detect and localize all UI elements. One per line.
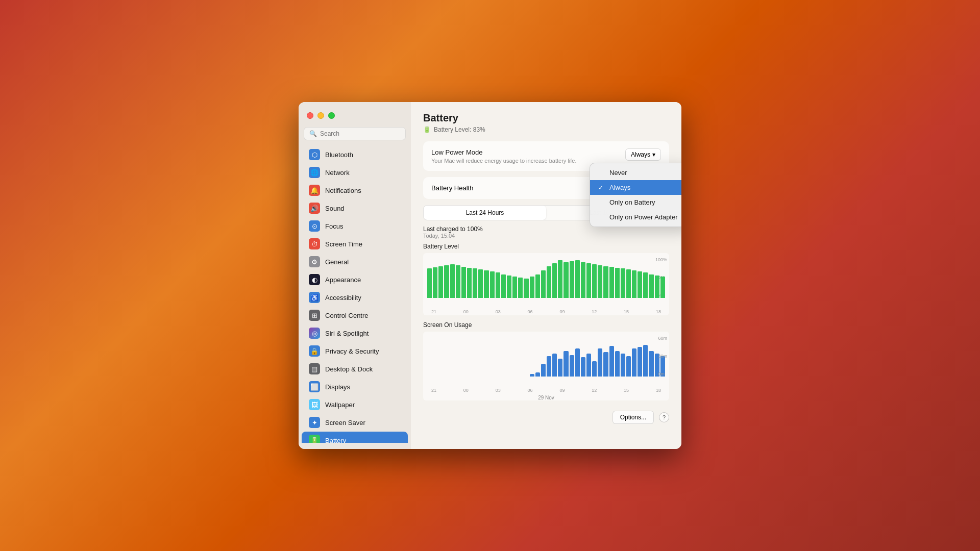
battery-bar-item	[496, 272, 500, 298]
sidebar-item-accessibility[interactable]: ♿Accessibility	[302, 289, 408, 306]
sidebar-item-notifications[interactable]: 🔔Notifications	[302, 182, 408, 199]
low-power-control: Always ▾ Never ✓ Always	[625, 148, 661, 161]
usage-bar-item	[615, 351, 620, 377]
sidebar-label-focus: Focus	[325, 222, 343, 230]
battery-bar-item	[603, 266, 608, 298]
options-button[interactable]: Options...	[612, 411, 654, 424]
usage-bar-item	[626, 356, 631, 377]
sidebar-item-wallpaper[interactable]: 🖼Wallpaper	[302, 396, 408, 413]
sidebar-item-appearance[interactable]: ◐Appearance	[302, 271, 408, 288]
low-power-title: Low Power Mode	[431, 148, 577, 156]
battery-bar-item	[558, 260, 562, 298]
sidebar-item-controlcentre[interactable]: ⊞Control Centre	[302, 307, 408, 324]
battery-bar-item	[507, 276, 511, 298]
sidebar-item-network[interactable]: 🌐Network	[302, 164, 408, 181]
usage-chart-area: 60m 30m 0m 21 00 03 06 09 12 15 18 29 No…	[423, 332, 669, 400]
sidebar-item-battery[interactable]: 🔋Battery	[302, 432, 408, 443]
sidebar-label-siri: Siri & Spotlight	[325, 330, 369, 337]
search-box[interactable]: 🔍	[304, 127, 406, 140]
dropdown-item-adapter[interactable]: Only on Power Adapter	[590, 210, 681, 224]
battery-bar-item	[621, 268, 625, 298]
traffic-lights	[299, 108, 411, 127]
usage-bar-item	[530, 374, 534, 377]
search-input[interactable]	[320, 130, 400, 137]
help-button[interactable]: ?	[659, 412, 669, 422]
sidebar-item-sound[interactable]: 🔊Sound	[302, 199, 408, 217]
battery-bar-item	[586, 263, 591, 298]
battery-bar-item	[438, 266, 443, 298]
maximize-button[interactable]	[328, 112, 335, 119]
usage-bar-item	[609, 346, 614, 377]
privacy-icon: 🔒	[309, 345, 320, 357]
usage-bar-item	[586, 354, 591, 377]
sidebar-item-bluetooth[interactable]: ⬡Bluetooth	[302, 146, 408, 163]
battery-bar-item	[570, 261, 574, 298]
screentime-icon: ⏱	[309, 238, 320, 249]
settings-window: 🔍 ⬡Bluetooth🌐Network🔔Notifications🔊Sound…	[299, 102, 681, 449]
battery-bar-item	[490, 271, 495, 298]
battery-bar-item	[501, 274, 506, 298]
sidebar: 🔍 ⬡Bluetooth🌐Network🔔Notifications🔊Sound…	[299, 102, 411, 449]
dropdown-never-label: Never	[609, 169, 627, 177]
battery-bar-item	[512, 277, 517, 298]
sidebar-label-accessibility: Accessibility	[325, 294, 361, 302]
dropdown-item-battery[interactable]: Only on Battery	[590, 195, 681, 210]
sidebar-item-desktop[interactable]: ▤Desktop & Dock	[302, 360, 408, 378]
sidebar-label-network: Network	[325, 169, 350, 177]
minimize-button[interactable]	[317, 112, 324, 119]
usage-bar-item	[570, 355, 574, 377]
usage-bar-item	[558, 359, 562, 377]
low-power-dropdown-button[interactable]: Always ▾	[625, 148, 661, 161]
dropdown-item-never[interactable]: Never	[590, 165, 681, 180]
close-button[interactable]	[307, 112, 313, 119]
charge-time: Today, 15:04	[423, 233, 669, 239]
sidebar-item-privacy[interactable]: 🔒Privacy & Security	[302, 342, 408, 360]
y-label-30m: 30m	[658, 354, 667, 359]
usage-bar-item	[564, 351, 568, 377]
battery-bar-item	[564, 262, 568, 298]
battery-bar-item	[467, 268, 472, 298]
usage-chart-label: Screen On Usage	[423, 321, 669, 329]
sidebar-label-notifications: Notifications	[325, 187, 361, 194]
usage-bar-item	[621, 354, 625, 377]
battery-bar-item	[450, 264, 455, 298]
battery-bar-item	[484, 270, 488, 298]
battery-icon-inline: 🔋	[423, 126, 431, 133]
sidebar-label-bluetooth: Bluetooth	[325, 151, 353, 159]
search-icon: 🔍	[309, 130, 317, 137]
sidebar-label-controlcentre: Control Centre	[325, 312, 369, 319]
sidebar-item-displays[interactable]: ⬜Displays	[302, 378, 408, 395]
battery-bars	[427, 257, 665, 308]
battery-bar-item	[592, 264, 597, 298]
chevron-down-icon: ▾	[652, 151, 655, 158]
battery-bar-item	[535, 274, 540, 298]
battery-bar-item	[541, 270, 546, 298]
tab-24h[interactable]: Last 24 Hours	[424, 206, 546, 220]
appearance-icon: ◐	[309, 274, 320, 285]
battery-bar-item	[615, 268, 620, 298]
y-label-0m: 0m	[658, 371, 667, 377]
sidebar-item-siri[interactable]: ◎Siri & Spotlight	[302, 324, 408, 342]
dropdown-battery-label: Only on Battery	[609, 198, 655, 206]
usage-x-labels: 21 00 03 06 09 12 15 18	[427, 387, 665, 394]
low-power-dropdown-menu: Never ✓ Always Only on Battery Only	[590, 163, 681, 227]
sidebar-item-screentime[interactable]: ⏱Screen Time	[302, 235, 408, 253]
battery-bar-item	[518, 278, 523, 298]
battery-x-labels: 21 00 03 06 09 12 15 18	[427, 308, 665, 315]
battery-bar-item	[444, 265, 449, 298]
sidebar-item-general[interactable]: ⚙General	[302, 253, 408, 270]
battery-bar-item	[461, 267, 466, 298]
screensaver-icon: ✦	[309, 417, 320, 428]
sidebar-label-displays: Displays	[325, 383, 350, 391]
accessibility-icon: ♿	[309, 292, 320, 303]
desktop-icon: ▤	[309, 363, 320, 374]
y-label-100: 100%	[655, 257, 667, 262]
usage-bar-item	[581, 357, 585, 377]
sidebar-item-focus[interactable]: ⊙Focus	[302, 217, 408, 235]
usage-bar-item	[547, 356, 551, 377]
dropdown-item-always[interactable]: ✓ Always	[590, 180, 681, 195]
page-title: Battery	[423, 112, 669, 124]
general-icon: ⚙	[309, 256, 320, 267]
sidebar-item-screensaver[interactable]: ✦Screen Saver	[302, 414, 408, 431]
wallpaper-icon: 🖼	[309, 399, 320, 410]
